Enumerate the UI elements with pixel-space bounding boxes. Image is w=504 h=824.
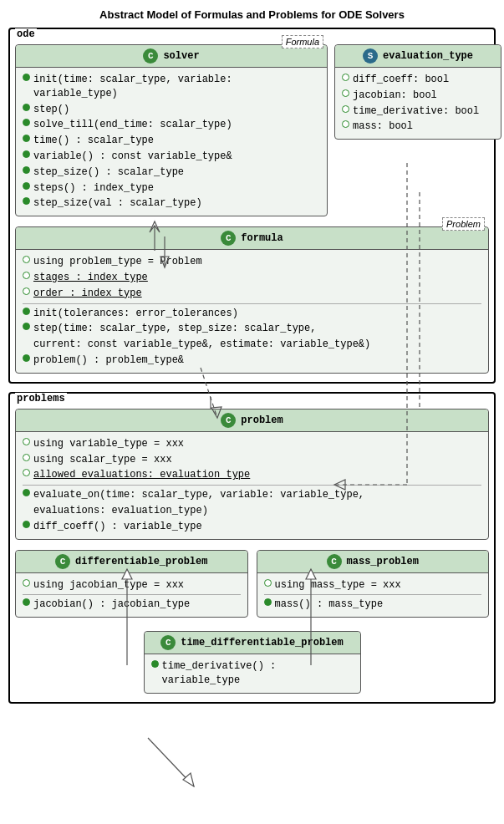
problem-s2-0-cont: evaluations: evaluation_type) — [23, 504, 481, 518]
bullet-icon — [342, 120, 349, 128]
solver-item-0: init(time: scalar_type, variable: variab… — [23, 73, 320, 101]
formula-body: using problem_type = Problem stages : in… — [16, 250, 488, 373]
diff-name: differentiable_problem — [75, 556, 207, 567]
eval-item-3: mass: bool — [342, 120, 494, 134]
mass-body: using mass_type = xxx mass() : mass_type — [257, 573, 489, 618]
bullet-icon — [342, 74, 349, 81]
time-diff-body: time_derivative() : variable_type — [145, 654, 360, 693]
problem-name: problem — [241, 415, 283, 426]
diff-s2-0: jacobian() : jacobian_type — [23, 598, 241, 612]
bullet-icon — [23, 197, 30, 205]
bullet-icon — [23, 272, 30, 279]
problem-class: C problem using variable_type = xxx usin… — [15, 409, 489, 540]
time-diff-header: C time_differentiable_problem — [145, 632, 360, 654]
formula-s1-0: using problem_type = Problem — [23, 255, 481, 269]
solver-header: C solver — [16, 45, 327, 68]
bullet-icon — [23, 308, 30, 315]
mass-problem-class: C mass_problem using mass_type = xxx mas… — [257, 550, 490, 618]
formula-wrapper: Problem C formula using problem_type = P… — [15, 226, 489, 374]
formula-s2-1: step(time: scalar_type, step_size: scala… — [23, 322, 481, 336]
ode-namespace-label: ode — [15, 28, 37, 40]
diff-badge: C — [55, 554, 70, 569]
bullet-icon — [23, 287, 30, 295]
problem-bottom-row: C differentiable_problem using jacobian_… — [15, 547, 489, 622]
bullet-icon — [23, 454, 30, 461]
page-title: Abstract Model of Formulas and Problems … — [8, 8, 496, 21]
mass-badge: C — [327, 554, 342, 569]
differentiable-problem-class: C differentiable_problem using jacobian_… — [15, 550, 248, 618]
time-diff-center: C time_differentiable_problem time_deriv… — [15, 628, 489, 697]
bullet-icon — [23, 598, 30, 606]
problem-s1-2: allowed_evaluations: evaluation_type — [23, 468, 481, 482]
problem-s2-1: diff_coeff() : variable_type — [23, 520, 481, 534]
diff-header: C differentiable_problem — [16, 551, 247, 573]
solver-item-3: time() : scalar_type — [23, 134, 320, 148]
solver-item-5: step_size() : scalar_type — [23, 165, 320, 180]
problems-namespace-label: problems — [15, 393, 67, 404]
bullet-icon — [23, 438, 30, 445]
eval-name: evaluation_type — [383, 50, 473, 62]
formula-s2-1-cont: current: const variable_type&, estimate:… — [23, 338, 481, 352]
time-diff-s2-0: time_derivative() : variable_type — [151, 659, 354, 688]
problems-namespace: problems C problem using variable_type =… — [8, 392, 496, 704]
problem-s1-0: using variable_type = xxx — [23, 437, 481, 451]
formula-s2-0: init(tolerances: error_tolerances) — [23, 307, 481, 321]
bullet-icon — [151, 660, 159, 668]
solver-class: Formula C solver init(time: scalar_type,… — [15, 44, 328, 216]
svg-line-10 — [148, 738, 194, 786]
bullet-icon — [23, 579, 30, 587]
bullet-icon — [23, 521, 30, 528]
time-differentiable-problem-class: C time_differentiable_problem time_deriv… — [144, 631, 361, 694]
solver-name: solver — [163, 50, 199, 62]
ode-namespace: ode Formula C solver init(time: scalar_t… — [8, 28, 496, 384]
eval-header: S evaluation_type — [335, 45, 501, 68]
bullet-icon — [23, 489, 30, 496]
problem-s2-0: evaluate_on(time: scalar_type, variable:… — [23, 488, 481, 502]
eval-item-2: time_derivative: bool — [342, 104, 494, 119]
solver-item-1: step() — [23, 103, 320, 117]
problem-s1-1: using scalar_type = xxx — [23, 453, 481, 467]
formula-label: Formula — [282, 35, 323, 48]
problem-label: Problem — [442, 217, 485, 231]
problem-badge: C — [221, 413, 236, 428]
bullet-icon — [23, 135, 30, 142]
time-diff-name: time_differentiable_problem — [181, 637, 343, 649]
diff-col: C differentiable_problem using jacobian_… — [15, 547, 248, 622]
bullet-icon — [264, 598, 272, 606]
svg-marker-11 — [183, 773, 194, 786]
bullet-icon — [23, 469, 30, 476]
solver-badge: C — [143, 48, 158, 64]
bullet-icon — [342, 105, 349, 113]
evaluation-type-class: S evaluation_type diff_coeff: bool jacob… — [334, 44, 501, 140]
formula-header: C formula — [16, 227, 488, 250]
bullet-icon — [23, 104, 30, 111]
bullet-icon — [23, 256, 30, 263]
formula-badge: C — [221, 231, 236, 246]
formula-s2-2: problem() : problem_type& — [23, 354, 481, 368]
bullet-icon — [23, 323, 30, 330]
formula-class: Problem C formula using problem_type = P… — [15, 226, 489, 374]
solver-item-7: step_size(val : scalar_type) — [23, 196, 320, 211]
problem-header: C problem — [16, 409, 488, 432]
diff-s1-0: using jacobian_type = xxx — [23, 578, 241, 593]
formula-s1-2: order : index_type — [23, 287, 481, 301]
mass-name: mass_problem — [347, 556, 419, 567]
bullet-icon — [264, 579, 272, 587]
diff-body: using jacobian_type = xxx jacobian() : j… — [16, 573, 247, 618]
solver-body: init(time: scalar_type, variable: variab… — [16, 68, 327, 216]
mass-s2-0: mass() : mass_type — [264, 598, 482, 612]
mass-s1-0: using mass_type = xxx — [264, 578, 482, 593]
bullet-icon — [23, 74, 30, 81]
eval-item-0: diff_coeff: bool — [342, 73, 494, 87]
formula-name: formula — [241, 232, 283, 244]
bullet-icon — [23, 119, 30, 126]
mass-header: C mass_problem — [257, 551, 489, 573]
problem-body: using variable_type = xxx using scalar_t… — [16, 432, 488, 539]
solver-item-4: variable() : const variable_type& — [23, 150, 320, 164]
bullet-icon — [23, 166, 30, 174]
bullet-icon — [342, 89, 349, 97]
eval-badge: S — [363, 48, 378, 64]
bullet-icon — [23, 150, 30, 158]
time-diff-badge: C — [160, 635, 176, 650]
problem-top: C problem using variable_type = xxx usin… — [15, 409, 489, 540]
